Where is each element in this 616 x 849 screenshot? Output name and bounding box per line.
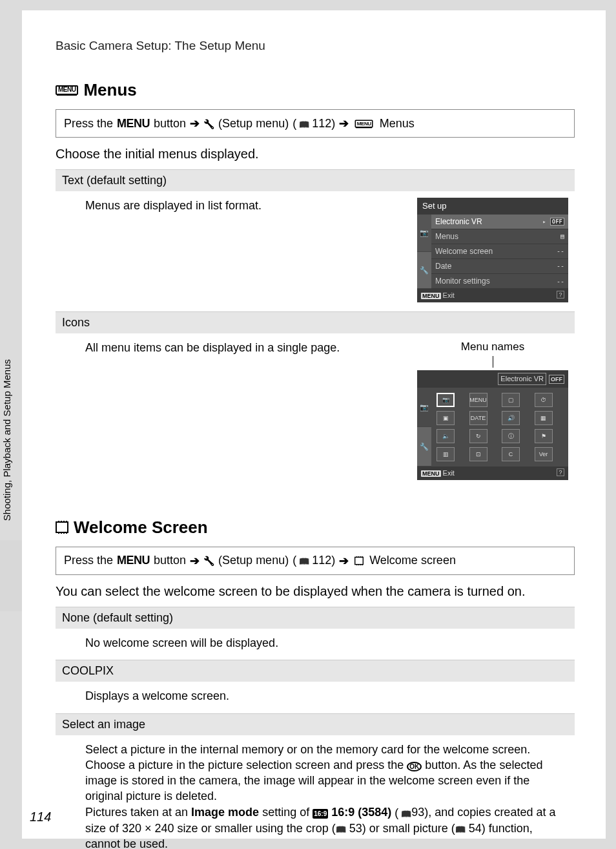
option-body-icons: All menu items can be displayed in a sin… bbox=[85, 340, 406, 355]
menu-icon: MENU bbox=[355, 120, 373, 127]
lcd-grid-icon: Ver bbox=[535, 447, 553, 461]
option-header-select-image: Select an image bbox=[56, 713, 575, 735]
option-header-icons: Icons bbox=[56, 311, 575, 333]
option-header-coolpix: COOLPIX bbox=[56, 660, 575, 682]
lcd-preview-list: Set up 📷 🔧 Electronic VR▸ OFFMenus▤Welco… bbox=[417, 198, 568, 302]
lcd-grid-icon: DATE bbox=[469, 411, 488, 425]
lcd-menu-item: Electronic VR▸ OFF bbox=[431, 215, 568, 229]
book-icon bbox=[299, 117, 309, 131]
lcd-menu-item: Date-- bbox=[431, 259, 568, 274]
ok-button-icon: OK bbox=[407, 762, 422, 771]
book-icon bbox=[401, 805, 411, 821]
side-section-label: Shooting, Playback and Setup Menus bbox=[1, 359, 12, 521]
menu-names-callout: Menu names bbox=[417, 340, 568, 355]
help-icon: ? bbox=[557, 291, 564, 299]
lcd-grid-icon: ⓘ bbox=[502, 429, 520, 443]
arrow-icon bbox=[339, 554, 349, 568]
arrow-icon bbox=[190, 554, 200, 568]
menu-button-label: MENU bbox=[117, 554, 150, 567]
arrow-icon bbox=[339, 116, 349, 131]
lcd-menu-item: Menus▤ bbox=[431, 229, 568, 244]
menu-button-label: MENU bbox=[117, 117, 150, 131]
lcd-grid-icon: 📷 bbox=[436, 393, 455, 407]
book-icon bbox=[299, 554, 309, 567]
lcd-grid-icon: ↻ bbox=[469, 429, 488, 443]
book-icon bbox=[336, 822, 346, 835]
option-body-select-image: Select a picture in the internal memory … bbox=[56, 735, 575, 849]
lcd-grid-icon: ▦ bbox=[535, 411, 553, 425]
lcd-grid-icon: ▥ bbox=[436, 447, 455, 461]
lcd-preview-icons: Electronic VR OFF 📷 🔧 📷MENU▢⏱▣DATE🔊▦🔈↻ⓘ⚑… bbox=[417, 370, 568, 480]
section-menus-intro: Choose the initial menus displayed. bbox=[56, 147, 575, 162]
option-body-coolpix: Displays a welcome screen. bbox=[56, 682, 575, 713]
option-header-text: Text (default setting) bbox=[56, 169, 575, 191]
lcd-grid-icon: ⏱ bbox=[535, 393, 553, 407]
help-icon: ? bbox=[557, 468, 564, 476]
page-number: 114 bbox=[30, 810, 51, 824]
lcd-menu-item: Monitor settings-- bbox=[431, 274, 568, 289]
book-icon bbox=[455, 822, 466, 835]
option-header-none: None (default setting) bbox=[56, 607, 575, 629]
lcd-grid-icon: ⚑ bbox=[535, 429, 553, 443]
lcd-grid-icon: ▢ bbox=[502, 393, 520, 407]
lcd-grid-icon: 🔈 bbox=[436, 429, 455, 443]
nav-path-welcome: Press the MENU button (Setup menu) ( 112… bbox=[56, 547, 575, 575]
lcd-menu-item: Welcome screen-- bbox=[431, 244, 568, 259]
camera-tab-icon: 📷 bbox=[417, 388, 431, 427]
breadcrumb: Basic Camera Setup: The Setup Menu bbox=[56, 39, 575, 53]
lcd-grid-icon: MENU bbox=[469, 393, 488, 407]
arrow-icon bbox=[190, 116, 200, 131]
lcd-grid-icon: C bbox=[502, 447, 520, 461]
lcd-grid-icon: 🔊 bbox=[502, 411, 520, 425]
side-tab bbox=[0, 540, 22, 611]
aspect-ratio-icon: 16:9 bbox=[313, 809, 328, 819]
wrench-icon bbox=[203, 554, 214, 567]
section-welcome-intro: You can select the welcome screen to be … bbox=[56, 584, 575, 599]
wrench-tab-icon: 🔧 bbox=[417, 252, 431, 289]
option-body-none: No welcome screen will be displayed. bbox=[56, 629, 575, 660]
wrench-tab-icon: 🔧 bbox=[417, 427, 431, 466]
option-body-text: Menus are displayed in list format. bbox=[85, 198, 406, 213]
wrench-icon bbox=[203, 117, 214, 131]
section-menus-title: MENU Menus bbox=[56, 80, 575, 100]
nav-path-menus: Press the MENU button (Setup menu) ( 112… bbox=[56, 109, 575, 138]
section-welcome-title: Welcome Screen bbox=[56, 518, 575, 538]
lcd-grid-icon: ▣ bbox=[436, 411, 455, 425]
welcome-screen-icon bbox=[354, 557, 364, 565]
lcd-grid-icon: ⊡ bbox=[469, 447, 488, 461]
welcome-screen-icon bbox=[56, 521, 68, 533]
menu-icon: MENU bbox=[56, 85, 78, 95]
camera-tab-icon: 📷 bbox=[417, 215, 431, 252]
